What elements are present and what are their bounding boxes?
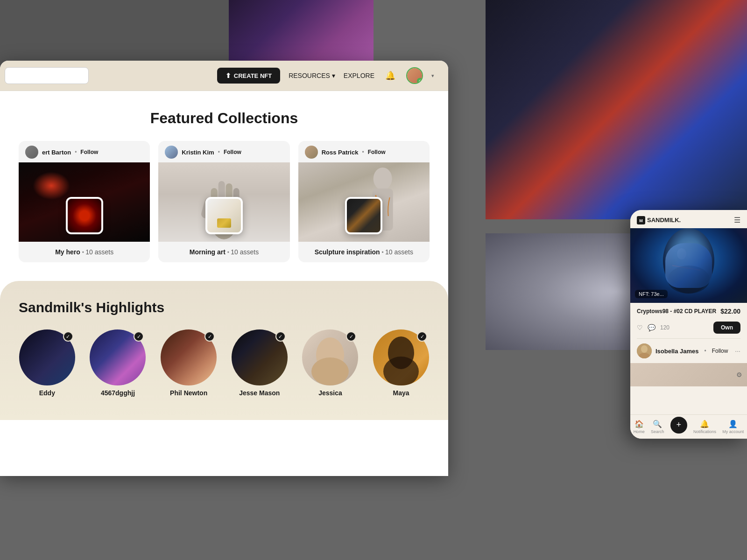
phone-item-row: Cryptows98 - #02 CD PLAYER $22.00	[630, 303, 747, 320]
phone-creator-more-icon[interactable]: ···	[735, 347, 740, 355]
phone-nav-search[interactable]: 🔍 Search	[651, 420, 664, 434]
highlights-title: Sandmilk's Highlights	[9, 300, 439, 315]
svg-point-14	[663, 228, 714, 294]
svg-point-6	[373, 168, 392, 190]
notifications-bell[interactable]: 🔔	[383, 68, 398, 83]
phone-menu-icon[interactable]: ☰	[734, 216, 740, 224]
phone-nav-search-label: Search	[651, 429, 664, 434]
highlight-item-eddy: ✓ Eddy	[19, 329, 75, 397]
phone-nav-notifications[interactable]: 🔔 Notifications	[693, 420, 716, 434]
phone-nav-home[interactable]: 🏠 Home	[634, 420, 645, 434]
bg-image-2	[486, 0, 747, 219]
thumb-image-1	[207, 199, 241, 232]
create-nft-button[interactable]: ⬆ CREATE NFT	[217, 68, 280, 84]
phone-fab-button[interactable]: +	[670, 417, 687, 434]
phone-creator-avatar	[637, 343, 652, 358]
phone-nav-home-label: Home	[634, 429, 645, 434]
like-icon[interactable]: ♡	[637, 324, 643, 331]
main-window: ⬆ CREATE NFT RESOURCES ▾ EXPLORE 🔔 ✓ ▾ F…	[0, 61, 448, 476]
phone-nft-image: NFT: 73e...	[630, 228, 747, 303]
phone-settings-icon[interactable]: ⚙	[736, 371, 742, 378]
follow-button-2[interactable]: Follow	[368, 149, 386, 155]
phone-creator-follow[interactable]: Follow	[712, 348, 728, 354]
highlight-avatar-wrap-5[interactable]: ✓	[373, 329, 429, 385]
highlight-item-4567: ✓ 4567dgghjj	[90, 329, 146, 397]
explore-label: EXPLORE	[344, 72, 374, 79]
explore-nav[interactable]: EXPLORE	[344, 72, 374, 79]
highlight-avatar-wrap-1[interactable]: ✓	[90, 329, 146, 385]
phone-search-icon: 🔍	[653, 420, 662, 428]
svg-text:M: M	[639, 218, 643, 223]
collections-grid: ert Barton • Follow My hero • 10 assets	[19, 141, 430, 262]
svg-point-11	[383, 357, 419, 385]
own-button[interactable]: Own	[713, 322, 740, 334]
collection-assets-2: 10 assets	[385, 248, 413, 256]
verified-badge-2: ✓	[204, 331, 215, 342]
phone-creator-name: Isobella James	[655, 348, 699, 355]
highlight-avatar-wrap-0[interactable]: ✓	[19, 329, 75, 385]
highlight-name-0: Eddy	[39, 389, 55, 397]
phone-preview-strip: ⚙	[630, 363, 747, 386]
highlight-name-1: 4567dgghjj	[101, 389, 135, 397]
phone-creator-sep: •	[705, 348, 706, 354]
upload-icon: ⬆	[226, 72, 231, 79]
comment-icon[interactable]: 💬	[648, 324, 655, 331]
highlight-avatar-wrap-4[interactable]: ✓	[302, 329, 358, 385]
verified-badge-1: ✓	[134, 331, 144, 342]
collection-image-1	[158, 162, 289, 242]
collection-header-0: ert Barton • Follow	[19, 141, 150, 162]
search-bar[interactable]	[5, 67, 89, 84]
phone-logo-icon: M	[637, 216, 645, 224]
separator-2: •	[362, 149, 364, 155]
verified-badge-5: ✓	[417, 331, 427, 342]
highlights-row: ✓ Eddy ✓ 4567dgghjj ✓	[9, 329, 439, 397]
collection-thumb-1	[205, 197, 243, 234]
collection-header-1: Kristin Kim • Follow	[158, 141, 289, 162]
phone-actions-row: ♡ 💬 120 Own	[630, 320, 747, 338]
creator-avatar-0	[25, 146, 38, 159]
collection-image-0	[19, 162, 150, 242]
featured-collections-section: Featured Collections ert Barton • Follow	[0, 91, 448, 276]
highlights-section: Sandmilk's Highlights ✓ Eddy ✓	[0, 281, 448, 420]
navbar: ⬆ CREATE NFT RESOURCES ▾ EXPLORE 🔔 ✓ ▾	[0, 61, 448, 91]
creator-name-0: ert Barton	[42, 149, 71, 156]
collection-thumb-2	[345, 197, 382, 234]
home-icon: 🏠	[634, 420, 644, 428]
phone-logo-area: M SANDMILK.	[637, 216, 681, 224]
collection-name-2: Sculpture inspiration	[315, 248, 380, 256]
follow-button-1[interactable]: Follow	[224, 149, 241, 155]
phone-creator-row: Isobella James • Follow ···	[630, 339, 747, 363]
thumb-image-2	[347, 199, 381, 232]
collection-card-morning: Kristin Kim • Follow	[158, 141, 289, 262]
avatar-chevron-icon[interactable]: ▾	[431, 73, 434, 79]
phone-account-icon: 👤	[728, 420, 738, 428]
follow-button-0[interactable]: Follow	[80, 149, 98, 155]
highlight-name-5: Maya	[393, 389, 409, 397]
phone-bottom-nav: 🏠 Home 🔍 Search + 🔔 Notifications 👤 My a…	[630, 414, 747, 439]
resources-label: RESOURCES	[289, 72, 330, 79]
featured-title: Featured Collections	[19, 110, 430, 127]
collection-header-2: Ross Patrick • Follow	[298, 141, 430, 162]
highlight-name-4: Jessica	[318, 389, 342, 397]
create-nft-label: CREATE NFT	[234, 72, 272, 79]
phone-brand: SANDMILK.	[647, 217, 681, 224]
user-avatar[interactable]: ✓	[406, 67, 423, 84]
collection-thumb-0	[66, 197, 103, 234]
phone-item-title: Cryptows98 - #02 CD PLAYER	[637, 308, 716, 315]
creator-avatar-2	[305, 146, 318, 159]
collection-image-2	[298, 162, 430, 242]
phone-nav-account[interactable]: 👤 My account	[722, 420, 744, 434]
creator-avatar-1	[165, 146, 178, 159]
creator-avatar-svg	[637, 343, 652, 358]
collection-assets-0: 10 assets	[85, 248, 113, 256]
svg-point-19	[641, 345, 648, 353]
highlight-avatar-wrap-3[interactable]: ✓	[232, 329, 288, 385]
highlight-avatar-wrap-2[interactable]: ✓	[161, 329, 217, 385]
phone-header: M SANDMILK. ☰	[630, 210, 747, 228]
collection-assets-1: 10 assets	[231, 248, 259, 256]
phone-nav-account-label: My account	[722, 429, 744, 434]
resources-nav[interactable]: RESOURCES ▾	[289, 72, 335, 79]
verified-badge-3: ✓	[275, 331, 286, 342]
collection-footer-1: Morning art • 10 assets	[158, 242, 289, 262]
thumb-image-0	[68, 199, 101, 232]
